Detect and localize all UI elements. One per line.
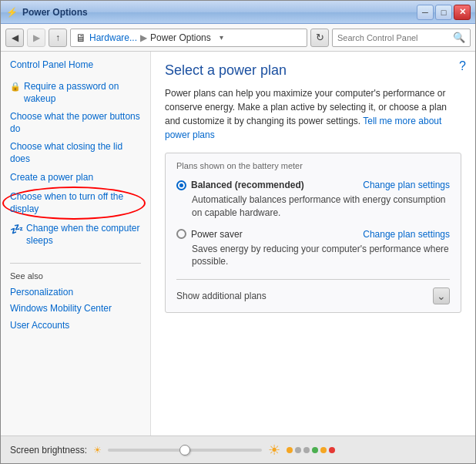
window-icon: ⚡ <box>5 6 18 18</box>
dot-3 <box>303 447 310 453</box>
dot-6 <box>329 447 335 453</box>
sidebar-mobility-center-link[interactable]: Windows Mobility Center <box>10 303 141 315</box>
additional-plans-row: Show additional plans ⌄ <box>176 279 450 304</box>
brightness-low-icon: ☀ <box>93 445 102 456</box>
plan-power-saver-header: Power saver Change plan settings <box>176 229 450 240</box>
content-area: ? Select a power plan Power plans can he… <box>151 52 475 435</box>
plans-section-title: Plans shown on the battery meter <box>176 161 450 170</box>
brightness-high-icon: ☀ <box>268 442 280 459</box>
page-description: Power plans can help you maximize your c… <box>165 86 461 142</box>
sidebar-user-accounts-link[interactable]: User Accounts <box>10 320 141 332</box>
path-current: Power Options <box>150 32 211 43</box>
address-path: 🖥 Hardware... ▶ Power Options ▾ <box>70 29 307 47</box>
sidebar-item-lid-action[interactable]: Choose what closing the lid does <box>10 141 141 165</box>
title-bar-buttons: ─ □ ✕ <box>417 5 471 20</box>
up-button[interactable]: ↑ <box>49 29 67 47</box>
plan-power-saver: Power saver Change plan settings Saves e… <box>176 229 450 269</box>
sidebar-item-turn-off-display[interactable]: Choose when to turn off the display <box>10 191 141 215</box>
refresh-button[interactable]: ↻ <box>310 29 329 47</box>
radio-dot <box>179 183 183 187</box>
path-icon: 🖥 <box>75 32 86 44</box>
plan-balanced-radio[interactable] <box>176 180 186 190</box>
search-icon: 🔍 <box>453 32 465 43</box>
maximize-button[interactable]: □ <box>435 5 452 20</box>
sidebar-home-link[interactable]: Control Panel Home <box>10 59 141 70</box>
dot-2 <box>295 447 301 453</box>
plan-balanced-name: Balanced (recommended) <box>191 180 304 190</box>
brightness-label: Screen brightness: <box>10 445 87 456</box>
sidebar-item-create-plan[interactable]: Create a power plan <box>10 172 141 184</box>
plans-section: Plans shown on the battery meter Balance… <box>165 153 461 313</box>
plan-power-saver-desc: Saves energy by reducing your computer's… <box>192 243 450 269</box>
search-input[interactable] <box>337 33 450 42</box>
additional-plans-label: Show additional plans <box>176 291 266 301</box>
plan-power-saver-radio[interactable] <box>176 229 186 239</box>
see-also-title: See also <box>10 271 141 281</box>
brightness-thumb[interactable] <box>179 445 190 456</box>
address-bar: ◀ ▶ ↑ 🖥 Hardware... ▶ Power Options ▾ ↻ … <box>1 24 475 52</box>
plan-power-saver-label-row: Power saver <box>176 229 243 240</box>
dot-1 <box>287 447 293 453</box>
sidebar-item-computer-sleeps[interactable]: Change when the computer sleeps <box>26 223 141 247</box>
brightness-slider[interactable] <box>108 449 262 452</box>
path-root-link[interactable]: Hardware... <box>89 32 137 43</box>
bottom-bar: Screen brightness: ☀ ☀ <box>1 435 475 463</box>
main-window: ⚡ Power Options ─ □ ✕ ◀ ▶ ↑ 🖥 Hardware..… <box>0 0 476 464</box>
window-title: Power Options <box>22 7 417 18</box>
plan-balanced-change-link[interactable]: Change plan settings <box>363 180 450 190</box>
title-bar: ⚡ Power Options ─ □ ✕ <box>1 1 475 24</box>
sidebar-personalization-link[interactable]: Personalization <box>10 287 141 299</box>
help-icon[interactable]: ? <box>459 59 466 73</box>
sidebar-nav: 🔒 Require a password on wakeup Choose wh… <box>10 81 141 247</box>
plan-power-saver-change-link[interactable]: Change plan settings <box>363 229 450 240</box>
forward-button[interactable]: ▶ <box>27 29 45 47</box>
sidebar-item-require-password[interactable]: Require a password on wakeup <box>24 81 141 105</box>
path-dropdown-button[interactable]: ▾ <box>214 29 230 46</box>
brightness-dots <box>287 447 335 453</box>
page-title: Select a power plan <box>165 62 461 79</box>
plan-balanced: Balanced (recommended) Change plan setti… <box>176 180 450 220</box>
plan-balanced-desc: Automatically balances performance with … <box>192 193 450 220</box>
path-separator: ▶ <box>140 32 147 43</box>
sidebar-item-power-buttons[interactable]: Choose what the power buttons do <box>10 111 141 135</box>
sidebar: Control Panel Home 🔒 Require a password … <box>1 52 151 435</box>
search-box: 🔍 <box>332 29 471 47</box>
close-button[interactable]: ✕ <box>454 5 471 20</box>
plan-power-saver-name: Power saver <box>191 229 243 240</box>
see-also-section: See also Personalization Windows Mobilit… <box>10 263 141 332</box>
back-button[interactable]: ◀ <box>5 29 24 47</box>
expand-plans-button[interactable]: ⌄ <box>433 287 450 304</box>
dot-5 <box>320 447 327 453</box>
plan-balanced-header: Balanced (recommended) Change plan setti… <box>176 180 450 190</box>
dot-4 <box>312 447 318 453</box>
main-content: Control Panel Home 🔒 Require a password … <box>1 52 475 435</box>
plan-balanced-label-row: Balanced (recommended) <box>176 180 304 190</box>
sidebar-item-turn-off-display-container: Choose when to turn off the display <box>10 190 141 217</box>
minimize-button[interactable]: ─ <box>417 5 434 20</box>
